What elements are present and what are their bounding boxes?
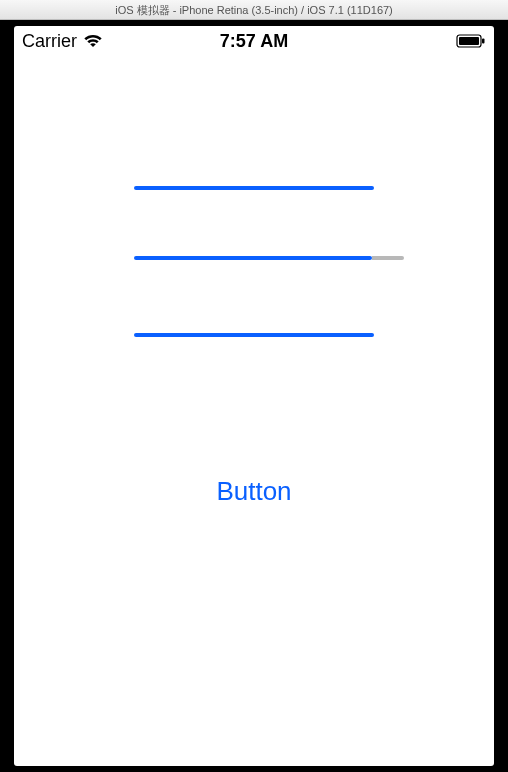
status-bar-right [456,34,486,48]
device-screen: Carrier 7:57 AM [14,26,494,766]
window-titlebar: iOS 模拟器 - iPhone Retina (3.5-inch) / iOS… [0,0,508,20]
carrier-label: Carrier [22,31,77,52]
content-view: Button [14,56,494,766]
wifi-icon [83,34,103,48]
progress-bar-1[interactable] [134,186,374,190]
progress-bar-3[interactable] [134,333,374,337]
progress-fill [134,333,374,337]
progress-fill [134,186,374,190]
status-bar: Carrier 7:57 AM [14,26,494,56]
button[interactable]: Button [14,476,494,507]
battery-icon [456,34,486,48]
progress-track [372,256,404,260]
button-label: Button [216,476,291,506]
status-bar-left: Carrier [22,31,103,52]
svg-rect-2 [482,39,485,44]
svg-rect-1 [459,37,479,45]
window-title-text: iOS 模拟器 - iPhone Retina (3.5-inch) / iOS… [115,4,393,16]
progress-fill [134,256,372,260]
progress-bar-2[interactable] [134,256,404,260]
